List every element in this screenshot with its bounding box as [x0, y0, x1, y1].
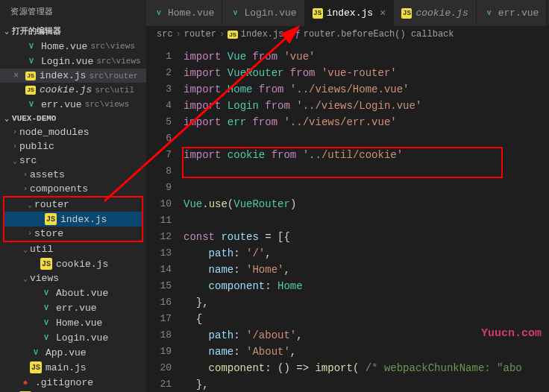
- js-icon: JS: [40, 258, 52, 270]
- open-editor-item[interactable]: V Login.vue src\views: [0, 54, 146, 69]
- open-editor-item[interactable]: V Home.vue src\views: [0, 39, 146, 54]
- folder-item[interactable]: ›store: [4, 227, 142, 241]
- file-name: Home.vue: [41, 41, 87, 52]
- file-item[interactable]: VHome.vue: [0, 315, 146, 330]
- project-name: VUEX-DEMO: [12, 114, 56, 123]
- file-item[interactable]: JSindex.js: [4, 212, 142, 227]
- editor-tab[interactable]: V Home.vue: [146, 0, 222, 26]
- js-icon: JS: [30, 361, 42, 373]
- code-line[interactable]: const routes = [{: [183, 229, 549, 245]
- code-line[interactable]: component: Home: [183, 278, 549, 294]
- tree-label: node_modules: [19, 127, 90, 138]
- vue-icon: V: [30, 347, 42, 358]
- code-line[interactable]: import Login from '../views/Login.vue': [183, 98, 549, 114]
- file-item[interactable]: JSmain.js: [0, 360, 146, 375]
- editor-tab[interactable]: V Login.vue: [222, 0, 304, 26]
- tree-label: App.vue: [46, 347, 87, 358]
- tree-label: src: [19, 155, 37, 166]
- chevron-icon: ⌄: [25, 200, 34, 209]
- vue-icon: V: [40, 302, 52, 314]
- tree-label: main.js: [46, 362, 87, 373]
- folder-item[interactable]: ›public: [0, 139, 146, 154]
- code-line[interactable]: import Home from '../views/Home.vue': [183, 81, 549, 98]
- file-name: Login.vue: [41, 56, 93, 67]
- code-line[interactable]: },: [183, 294, 549, 311]
- code-line[interactable]: },: [183, 376, 549, 392]
- code-line[interactable]: import VueRouter from 'vue-router': [183, 65, 549, 81]
- open-editor-item[interactable]: V err.vue src\views: [0, 97, 146, 112]
- folder-item[interactable]: ⌄util: [0, 242, 146, 256]
- file-path: src\views: [90, 42, 134, 51]
- code-line[interactable]: component: () => import( /* webpackChunk…: [183, 360, 549, 376]
- code-line[interactable]: name: 'Home',: [183, 262, 549, 278]
- code-line[interactable]: [183, 212, 549, 229]
- code-line[interactable]: import Vue from 'vue': [183, 48, 549, 65]
- chevron-down-icon: ⌄: [4, 27, 9, 36]
- file-item[interactable]: JScookie.js: [0, 256, 146, 271]
- tree-label: router: [34, 199, 69, 210]
- folder-item[interactable]: ›node_modules: [0, 125, 146, 139]
- js-icon: JS: [401, 8, 412, 19]
- breadcrumb-segment[interactable]: src: [157, 29, 173, 39]
- vue-icon: V: [25, 98, 37, 110]
- folder-item[interactable]: ›components: [0, 182, 146, 196]
- code-line[interactable]: [183, 180, 549, 196]
- js-icon: JS: [25, 86, 36, 95]
- folder-item[interactable]: ⌄router: [4, 197, 142, 212]
- editor-tab[interactable]: JS cookie.js: [394, 0, 476, 26]
- tree-label: util: [30, 244, 53, 255]
- breadcrumb-segment[interactable]: router: [184, 29, 216, 39]
- tab-label: index.js: [327, 7, 373, 19]
- file-item[interactable]: ◆.gitignore: [0, 375, 146, 390]
- tab-label: Home.vue: [168, 7, 214, 19]
- chevron-icon: ›: [10, 128, 19, 136]
- vue-icon: V: [40, 332, 52, 344]
- file-name: err.vue: [41, 99, 82, 110]
- code-line[interactable]: [183, 130, 549, 147]
- open-editor-item[interactable]: JS cookie.js src\util: [0, 83, 146, 97]
- tree-label: Login.vue: [56, 332, 108, 344]
- open-editors-list: V Home.vue src\views V Login.vue src\vie…: [0, 39, 146, 112]
- folder-item[interactable]: ⌄views: [0, 271, 146, 285]
- tree-label: assets: [30, 169, 65, 180]
- vue-icon: V: [25, 40, 37, 52]
- tree-label: store: [34, 228, 63, 239]
- code-line[interactable]: {: [183, 311, 549, 327]
- file-item[interactable]: Verr.vue: [0, 300, 146, 315]
- editor-tab[interactable]: JS index.js ×: [305, 0, 395, 26]
- code-line[interactable]: import err from '../views/err.vue': [183, 114, 549, 130]
- chevron-down-icon: ⌄: [4, 114, 9, 123]
- breadcrumb-segment[interactable]: router.beforeEach() callback: [304, 29, 454, 39]
- project-header[interactable]: ⌄ VUEX-DEMO: [0, 112, 146, 125]
- tab-label: cookie.js: [415, 7, 468, 19]
- file-item[interactable]: VAbout.vue: [0, 285, 146, 300]
- folder-item[interactable]: ⌄src: [0, 154, 146, 168]
- file-item[interactable]: VApp.vue: [0, 345, 146, 360]
- code-line[interactable]: name: 'About',: [183, 344, 549, 360]
- breadcrumb-segment[interactable]: index.js: [241, 29, 284, 39]
- vue-icon: V: [484, 8, 495, 19]
- file-item[interactable]: VLogin.vue: [0, 330, 146, 345]
- code-line[interactable]: import cookie from '../util/cookie': [183, 147, 549, 163]
- close-icon[interactable]: ×: [13, 71, 24, 81]
- open-editor-item[interactable]: × JS index.js src\router: [0, 69, 146, 83]
- code-line[interactable]: [183, 163, 549, 180]
- tree-label: err.vue: [56, 303, 97, 314]
- folder-item[interactable]: ›assets: [0, 168, 146, 182]
- editor-tabs: V Home.vue V Login.vue JS index.js ×JS c…: [146, 0, 549, 26]
- code-line[interactable]: path: '/',: [183, 245, 549, 262]
- tree-label: About.vue: [56, 288, 108, 299]
- tree-label: index.js: [60, 214, 107, 225]
- chevron-icon: ›: [21, 185, 30, 193]
- tab-label: err.vue: [498, 7, 539, 19]
- open-editors-header[interactable]: ⌄ 打开的编辑器: [0, 23, 146, 39]
- close-icon[interactable]: ×: [380, 7, 386, 19]
- file-path: src\router: [89, 72, 138, 80]
- vue-icon: V: [230, 8, 240, 19]
- vue-icon: V: [154, 8, 164, 19]
- breadcrumb[interactable]: src›router›JSindex.js›ƒrouter.beforeEach…: [146, 26, 549, 42]
- editor-tab[interactable]: V err.vue: [477, 0, 548, 26]
- js-icon: JS: [45, 213, 57, 225]
- code-line[interactable]: Vue.use(VueRouter): [183, 196, 549, 212]
- tree-label: cookie.js: [56, 259, 108, 270]
